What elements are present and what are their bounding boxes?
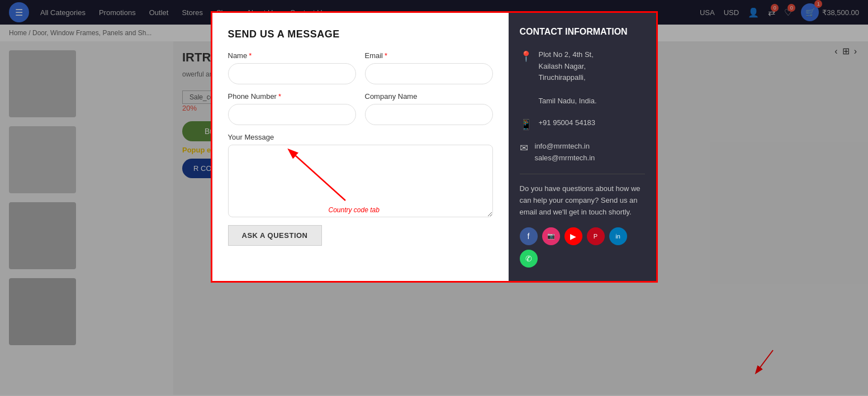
youtube-icon[interactable]: ▶: [565, 227, 582, 245]
contact-panel: CONTACT INFORMATION 📍 Plot No 2, 4th St,…: [509, 13, 656, 281]
contact-email1: info@mrmtech.in: [535, 141, 595, 152]
contact-address: Plot No 2, 4th St, Kailash Nagar, Tiruch…: [539, 49, 597, 107]
phone-label: Phone Number*: [228, 92, 356, 101]
phone-required: *: [278, 92, 281, 101]
company-group: Company Name: [365, 92, 493, 125]
phone-icon: 📱: [520, 118, 532, 131]
contact-address-item: 📍 Plot No 2, 4th St, Kailash Nagar, Tiru…: [520, 49, 645, 107]
country-code-annotation: Country code tab: [329, 206, 380, 214]
whatsapp-icon[interactable]: ✆: [520, 250, 538, 268]
contact-email-item: ✉ info@mrmtech.in sales@mrmtech.in: [520, 141, 645, 164]
name-label: Name*: [228, 51, 356, 60]
phone-group: Phone Number*: [228, 92, 356, 125]
phone-input[interactable]: [228, 104, 356, 125]
contact-question: Do you have questions about how we can h…: [520, 183, 645, 218]
contact-title: CONTACT INFORMATION: [520, 26, 645, 38]
email-icon: ✉: [520, 142, 528, 154]
facebook-icon[interactable]: f: [520, 227, 538, 245]
modal-overlay: SEND US A MESSAGE Name* Email*: [0, 0, 868, 396]
pinterest-icon[interactable]: P: [587, 227, 605, 245]
message-label: Your Message: [228, 133, 493, 141]
social-icons: f 📷 ▶ P in: [520, 227, 645, 245]
contact-email2: sales@mrmtech.in: [535, 152, 595, 164]
modal-title: SEND US A MESSAGE: [228, 28, 493, 40]
email-group: Email*: [365, 51, 493, 84]
form-footer: ASK A QUESTION Country code tab: [228, 217, 493, 246]
contact-phone-item: 📱 +91 95004 54183: [520, 117, 645, 131]
company-input[interactable]: [365, 104, 493, 125]
linkedin-icon[interactable]: in: [609, 227, 627, 245]
contact-divider: [520, 174, 645, 174]
instagram-icon[interactable]: 📷: [542, 227, 560, 245]
name-email-row: Name* Email*: [228, 51, 493, 84]
social-icons-row2: ✆: [520, 250, 645, 268]
location-icon: 📍: [520, 50, 532, 63]
email-label: Email*: [365, 51, 493, 60]
name-input[interactable]: [228, 63, 356, 84]
company-label: Company Name: [365, 92, 493, 101]
message-group: Your Message: [228, 133, 493, 217]
contact-phone: +91 95004 54183: [539, 117, 596, 129]
contact-emails: info@mrmtech.in sales@mrmtech.in: [535, 141, 595, 164]
name-required: *: [249, 51, 252, 60]
email-required: *: [385, 51, 387, 60]
modal-container: SEND US A MESSAGE Name* Email*: [211, 11, 658, 283]
name-group: Name*: [228, 51, 356, 84]
phone-company-row: Phone Number* Company Name: [228, 92, 493, 125]
email-input[interactable]: [365, 63, 493, 84]
ask-question-button[interactable]: ASK A QUESTION: [228, 225, 322, 246]
form-panel: SEND US A MESSAGE Name* Email*: [212, 13, 509, 281]
